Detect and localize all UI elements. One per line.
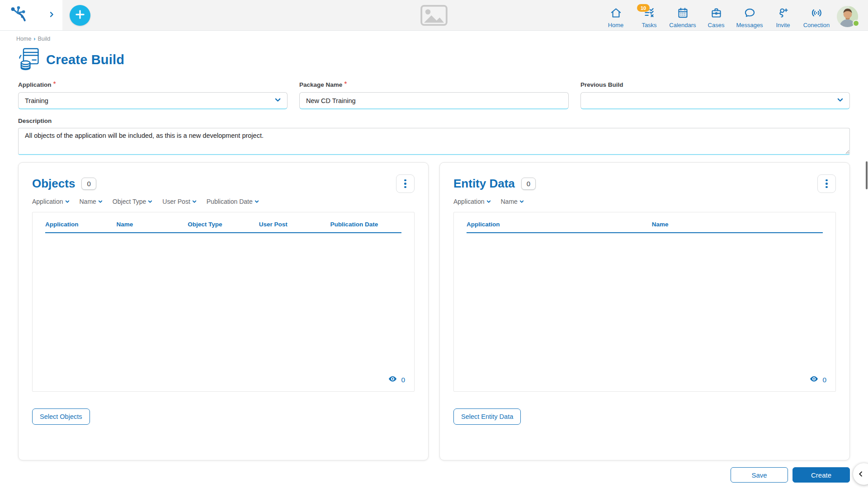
invite-user-icon — [777, 7, 789, 21]
filter-name[interactable]: Name — [80, 198, 103, 205]
application-field-group: Application* — [18, 80, 288, 109]
sidebar-stub — [0, 0, 62, 30]
description-field-group: Description — [0, 109, 868, 155]
chevron-down-icon — [486, 199, 491, 204]
nav-item-invite[interactable]: Invite — [766, 2, 800, 28]
calendar-icon — [677, 7, 689, 21]
nav-label: Tasks — [642, 22, 656, 28]
build-form: Application* Package Name* Previous Buil… — [0, 73, 868, 109]
nav-item-cases[interactable]: Cases — [699, 2, 733, 28]
package-name-field-group: Package Name* — [299, 80, 569, 109]
entity-count-badge: 0 — [521, 178, 536, 190]
nav-label: Calendars — [669, 22, 696, 28]
app-logo-icon[interactable] — [9, 5, 28, 26]
application-label: Application — [18, 81, 52, 88]
package-name-label: Package Name — [299, 81, 342, 88]
save-button[interactable]: Save — [731, 467, 788, 483]
breadcrumb-separator-icon: › — [33, 36, 35, 42]
chevron-down-icon — [254, 199, 259, 204]
description-label: Description — [18, 117, 52, 124]
visible-rows-count: 0 — [401, 376, 405, 384]
vertical-scrollbar-thumb[interactable] — [866, 161, 868, 189]
objects-table: Application Name Object Type User Post P… — [32, 212, 415, 392]
nav-item-home[interactable]: Home — [599, 2, 632, 28]
chevron-down-icon — [98, 199, 103, 204]
filter-publication-date[interactable]: Publication Date — [207, 198, 259, 205]
entity-menu-button[interactable] — [817, 174, 836, 193]
filter-name[interactable]: Name — [501, 198, 524, 205]
previous-build-label: Previous Build — [580, 81, 623, 88]
broken-image-placeholder-icon — [420, 5, 448, 28]
required-asterisk: * — [344, 80, 347, 88]
kebab-icon — [404, 179, 406, 188]
sidebar-expand-chevron-icon[interactable] — [48, 11, 55, 20]
entity-panel-title: Entity Data — [453, 177, 515, 191]
nav-label: Home — [608, 22, 624, 28]
package-name-input[interactable] — [299, 92, 569, 109]
message-bubble-icon — [744, 7, 756, 21]
page-title: Create Build — [46, 52, 124, 67]
nav-label: Cases — [708, 22, 725, 28]
breadcrumb-current[interactable]: Build — [38, 36, 51, 42]
plus-icon — [74, 9, 86, 22]
objects-panel-title: Objects — [32, 177, 75, 191]
entity-data-panel: Entity Data 0 Application Name Applicati… — [439, 162, 850, 460]
objects-panel: Objects 0 Application Name Object Type U… — [18, 162, 429, 460]
column-header: Publication Date — [330, 221, 401, 228]
briefcase-icon — [710, 7, 722, 21]
eye-icon[interactable] — [809, 374, 819, 385]
select-objects-button[interactable]: Select Objects — [32, 408, 90, 425]
previous-build-field-group: Previous Build — [580, 80, 850, 109]
select-entity-data-button[interactable]: Select Entity Data — [453, 408, 521, 425]
objects-menu-button[interactable] — [396, 174, 415, 193]
chevron-down-icon — [192, 199, 197, 204]
add-button[interactable] — [70, 5, 90, 26]
footer-actions: Save Create — [0, 460, 868, 483]
user-avatar[interactable] — [837, 6, 858, 27]
chevron-down-icon — [519, 199, 524, 204]
objects-filters: Application Name Object Type User Post P… — [32, 198, 415, 205]
previous-build-select[interactable] — [580, 92, 850, 109]
nav-label: Conection — [803, 22, 830, 28]
description-textarea[interactable] — [18, 128, 850, 155]
connection-signal-icon — [811, 7, 823, 21]
entity-filters: Application Name — [453, 198, 836, 205]
nav-item-messages[interactable]: Messages — [733, 2, 766, 28]
nav-item-calendars[interactable]: Calendars — [666, 2, 699, 28]
column-header: Application — [467, 221, 652, 228]
tasks-count-badge: 10 — [637, 4, 650, 12]
objects-count-badge: 0 — [81, 178, 96, 190]
chevron-down-icon — [65, 199, 70, 204]
filter-application[interactable]: Application — [32, 198, 70, 205]
nav-label: Messages — [736, 22, 763, 28]
nav-item-conection[interactable]: Conection — [800, 2, 833, 28]
home-icon — [610, 7, 622, 21]
build-page-icon — [17, 47, 41, 73]
nav-label: Invite — [776, 22, 790, 28]
top-nav: Home 10 Tasks — [599, 2, 868, 28]
nav-item-tasks[interactable]: 10 Tasks — [632, 2, 666, 28]
chevron-left-icon — [857, 470, 864, 478]
filter-user-post[interactable]: User Post — [162, 198, 197, 205]
online-status-dot — [853, 20, 859, 27]
top-bar: Home 10 Tasks — [0, 0, 868, 31]
column-header: Object Type — [188, 221, 259, 228]
entity-table: Application Name 0 — [453, 212, 836, 392]
column-header: Name — [117, 221, 188, 228]
required-asterisk: * — [53, 80, 56, 88]
entity-table-header: Application Name — [467, 212, 823, 233]
kebab-icon — [826, 179, 828, 188]
column-header: Application — [45, 221, 117, 228]
objects-table-header: Application Name Object Type User Post P… — [45, 212, 401, 233]
breadcrumb-home[interactable]: Home — [16, 36, 31, 42]
breadcrumb: Home›Build — [0, 31, 868, 42]
application-select[interactable] — [18, 92, 288, 109]
visible-rows-count: 0 — [822, 376, 826, 384]
filter-object-type[interactable]: Object Type — [113, 198, 153, 205]
eye-icon[interactable] — [388, 374, 397, 385]
chevron-down-icon — [147, 199, 153, 204]
column-header: Name — [652, 221, 823, 228]
column-header: User Post — [259, 221, 330, 228]
filter-application[interactable]: Application — [453, 198, 491, 205]
create-button[interactable]: Create — [793, 467, 850, 483]
